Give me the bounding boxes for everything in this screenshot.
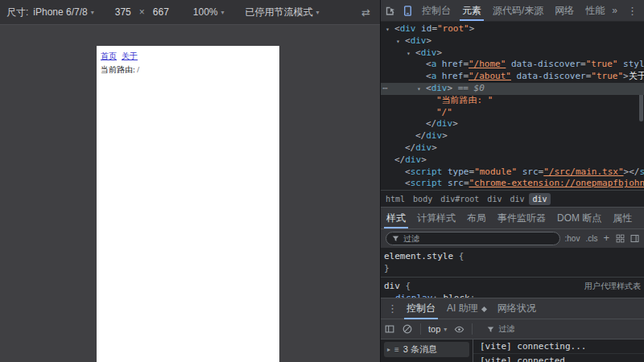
tree-row[interactable]: <a href="/about" data-discover="true">关于… — [381, 71, 644, 83]
devtools-tab-3[interactable]: 网络 — [549, 0, 580, 21]
breadcrumb-item[interactable]: div — [529, 193, 550, 205]
styles-tab-label: 布局 — [467, 212, 486, 224]
styles-tab-3[interactable]: 事件监听器 — [492, 208, 551, 228]
console-message: [vite] connecting... — [473, 339, 644, 354]
code-token: "/src/main.tsx" — [543, 167, 623, 177]
styles-tab-0[interactable]: 样式 — [381, 208, 411, 228]
drawer-tab-label: 控制台 — [407, 302, 436, 314]
code-token: > — [437, 47, 443, 58]
drawer-tab-0[interactable]: 控制台 — [401, 298, 441, 319]
tree-row[interactable]: ▾<div id="root"> — [381, 23, 644, 35]
drawer-tab-2[interactable]: 网络状况 — [492, 298, 542, 319]
nav-link-about[interactable]: 关于 — [122, 51, 138, 62]
code-token: </ — [394, 154, 405, 165]
nav-link-home[interactable]: 首页 — [101, 51, 117, 62]
code-token: ></ — [624, 167, 640, 177]
expand-arrow-icon[interactable]: ▾ — [407, 48, 415, 60]
zoom-value: 100% — [193, 6, 218, 18]
toggle-element-state-button[interactable]: :hov — [565, 234, 580, 243]
drawer-tab-1[interactable]: AI 助理 — [441, 298, 492, 319]
inline-style-rule[interactable]: element.style { — [384, 250, 641, 262]
tree-row[interactable]: </div> — [381, 118, 644, 130]
console-sidebar-messages[interactable]: ▸ ≡ 3 条消息 — [384, 342, 469, 357]
breadcrumb-item[interactable]: body — [410, 193, 436, 205]
styles-tab-1[interactable]: 计算样式 — [411, 208, 461, 228]
styles-tab-4[interactable]: DOM 断点 — [551, 208, 607, 228]
code-token: = — [464, 178, 469, 188]
inspect-element-icon[interactable] — [381, 2, 398, 19]
drawer: ⋮ 控制台AI 助理网络状况 top — [381, 298, 644, 362]
expand-arrow-icon[interactable]: ▾ — [417, 84, 426, 96]
inline-style-close: } — [384, 262, 641, 274]
filter-placeholder: 过滤 — [498, 323, 514, 335]
tree-row[interactable]: </div> — [381, 142, 644, 154]
styles-tab-2[interactable]: 布局 — [461, 208, 492, 228]
rule-divider — [381, 277, 644, 278]
devtools-tab-4[interactable]: 性能 — [580, 0, 610, 21]
ua-stylesheet-label: 用户代理样式表 — [584, 280, 641, 292]
devtools-tab-label: 网络 — [555, 5, 574, 16]
code-token: "true" — [591, 71, 623, 81]
devtools-panel: 控制台元素源代码/来源网络性能 » ⋮ ▾<div id="root">▾<di… — [380, 0, 644, 362]
tree-row[interactable]: <a href="/home" data-discover="true" sty… — [381, 59, 644, 71]
funnel-icon — [486, 325, 495, 334]
tree-row[interactable]: "/" — [381, 107, 644, 119]
drawer-menu-icon[interactable]: ⋮ — [387, 302, 398, 315]
console-context-select[interactable]: top ▾ — [428, 324, 447, 334]
filter-placeholder: 过滤 — [403, 233, 419, 245]
code-token: "/" — [436, 107, 452, 117]
breadcrumb-item[interactable]: div#root — [437, 193, 482, 205]
new-style-rule-button[interactable]: + — [603, 232, 609, 244]
breadcrumb-item[interactable]: div — [506, 193, 527, 205]
device-select[interactable]: iPhone 6/7/8 ▾ — [33, 6, 93, 18]
tree-row[interactable]: ⋯▾<div> == $0 — [381, 83, 644, 95]
tree-row[interactable]: <script type="module" src="/src/main.tsx… — [381, 167, 644, 179]
code-token: data-discover — [506, 59, 580, 69]
css-property-row[interactable]: display: block; — [384, 292, 641, 298]
live-expression-eye-icon[interactable] — [450, 320, 468, 338]
zoom-select[interactable]: 100% ▾ — [193, 6, 225, 18]
tree-row[interactable]: ▾<div> — [381, 47, 644, 60]
viewport-height-input[interactable]: 667 — [153, 6, 169, 18]
clear-console-icon[interactable] — [398, 320, 416, 338]
tree-row[interactable]: </div> — [381, 130, 644, 142]
expand-arrow-icon[interactable]: ▾ — [396, 36, 405, 48]
viewport-width-input[interactable]: 375 — [115, 6, 131, 18]
breadcrumb-item[interactable]: div — [484, 193, 505, 205]
tree-row[interactable]: "当前路由: " — [381, 95, 644, 107]
devtools-tab-2[interactable]: 源代码/来源 — [487, 0, 549, 21]
tree-row[interactable]: ▾<div> — [381, 35, 644, 47]
devtools-tab-0[interactable]: 控制台 — [416, 0, 456, 21]
rotate-viewport-icon[interactable]: ⇄ — [361, 6, 370, 19]
computed-sidebar-icon[interactable] — [630, 233, 640, 244]
styles-filter-input[interactable]: 过滤 — [386, 232, 560, 245]
more-tabs-icon[interactable]: » — [612, 5, 617, 16]
messages-list-icon: ≡ — [394, 345, 399, 354]
tree-row[interactable]: <script src="chrome-extension://onepmapf… — [381, 178, 644, 190]
code-token: </ — [405, 142, 415, 153]
device-toolbar-toggle-icon[interactable] — [398, 2, 416, 19]
breadcrumb-item[interactable]: html — [382, 193, 408, 205]
code-token: = — [580, 59, 586, 69]
styles-tab-label: 事件监听器 — [497, 212, 546, 224]
code-token: > — [431, 142, 437, 153]
throttle-select[interactable]: 已停用节流模式 ▾ — [246, 6, 320, 19]
devtools-tab-1[interactable]: 元素 — [456, 0, 487, 21]
element-classes-button[interactable]: .cls — [585, 234, 597, 243]
code-token: src — [442, 178, 464, 188]
console-filter-input[interactable]: 过滤 — [481, 323, 555, 335]
code-token: </ — [415, 130, 426, 141]
code-token: = — [463, 71, 469, 81]
device-toolbar: 尺寸: iPhone 6/7/8 ▾ 375 × 667 100% ▾ 已停用节… — [0, 0, 380, 25]
styles-tab-5[interactable]: 属性 — [607, 208, 638, 228]
style-selector[interactable]: div — [384, 281, 400, 291]
expand-arrow-icon[interactable]: ▾ — [386, 24, 394, 36]
grid-overlays-icon[interactable] — [615, 233, 625, 244]
tree-row[interactable]: </div> — [381, 154, 644, 167]
devtools-menu-icon[interactable]: ⋮ — [627, 5, 638, 17]
console-sidebar-toggle-icon[interactable] — [381, 320, 398, 338]
breadcrumb: htmlbodydiv#rootdivdivdiv — [381, 190, 644, 207]
code-token: = — [431, 23, 437, 34]
messages-count-label: 3 条消息 — [403, 343, 437, 356]
code-token: script — [411, 178, 443, 188]
